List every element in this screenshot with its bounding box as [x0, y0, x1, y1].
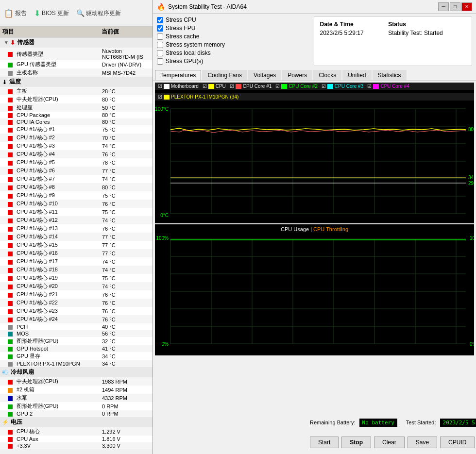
minimize-button[interactable]: ─ [438, 2, 449, 11]
list-item: PCH 40 °C [0, 323, 153, 330]
list-item: CPU #1/核心 #15 77 °C [0, 241, 153, 249]
list-item: CPU #1/核心 #18 74 °C [0, 266, 153, 274]
list-item: CPU #1/核心 #12 74 °C [0, 216, 153, 224]
list-item: CPU #1/核心 #14 77 °C [0, 233, 153, 241]
list-item: 中央处理器(CPU) 80 °C [0, 95, 153, 103]
voltage-group[interactable]: ⚡ 电压 [0, 417, 153, 427]
svg-text:100°C: 100°C [155, 106, 169, 112]
col-name-header: 项目 [2, 28, 102, 36]
tab-statistics[interactable]: Statistics [373, 70, 407, 80]
cpu-throttling-label: CPU Throttling [313, 226, 348, 232]
stress-options-area: Stress CPU Stress FPU Stress cache Stres… [153, 14, 476, 69]
date-time-value: 2023/2/5 5:29:17 [317, 29, 386, 37]
list-item: CPU #1/核心 #11 75 °C [0, 208, 153, 216]
cpu-chart-svg: 100% 0% 100% 0% [155, 234, 474, 355]
list-item: CPU #1/核心 #5 78 °C [0, 158, 153, 167]
report-label: 报告 [15, 9, 27, 17]
tab-unified[interactable]: Unified [342, 70, 371, 80]
svg-text:34: 34 [468, 175, 474, 180]
expand-icon: ▼ [4, 40, 9, 45]
stress-cache-checkbox[interactable] [157, 34, 163, 40]
tab-powers[interactable]: Powers [282, 70, 312, 80]
bios-label: BIOS 更新 [42, 9, 69, 17]
stress-cpu-label: Stress CPU [166, 17, 196, 23]
window-title: System Stability Test - AIDA64 [168, 3, 438, 10]
battery-label: Remaining Battery: [310, 420, 356, 425]
report-button[interactable]: 📋 报告 [4, 9, 27, 18]
list-item: 传感器类型 Nuvoton NCT6687D-M (IS [0, 48, 153, 60]
temp-group-label: 温度 [9, 78, 21, 86]
tab-cooling-fans[interactable]: Cooling Fans [202, 70, 247, 80]
list-item: CPU #1/核心 #16 77 °C [0, 249, 153, 257]
fan-icon: 💨 [2, 369, 9, 375]
stress-fpu-row: Stress FPU [157, 25, 309, 32]
temp-chart-legend-row2: ☑ PLEXTOR PX-1TM10PGN (34) [155, 93, 474, 101]
list-item: CPU IA Cores 80 °C [0, 118, 153, 125]
stress-memory-checkbox[interactable] [157, 42, 163, 48]
fan-group[interactable]: 💨 冷却风扇 [0, 367, 153, 377]
battery-value: No battery [359, 419, 397, 427]
list-item: CPU #1/核心 #20 74 °C [0, 282, 153, 290]
status-table: Date & Time Status 2023/2/5 5:29:17 Stab… [317, 20, 469, 37]
tab-temperatures[interactable]: Temperatures [155, 70, 201, 80]
status-header: Status [385, 20, 469, 29]
sensor-scroll[interactable]: ▼ ⬇ 传感器 传感器类型 Nuvoton NCT6687D-M (IS GPU… [0, 37, 153, 453]
right-panel: 🔥 System Stability Test - AIDA64 ─ □ ✕ S… [153, 0, 476, 454]
clear-button[interactable]: Clear [374, 437, 405, 448]
stress-cpu-row: Stress CPU [157, 17, 309, 23]
tab-voltages[interactable]: Voltages [248, 70, 281, 80]
legend-color-core4 [373, 84, 379, 89]
stress-disk-label: Stress local disks [166, 50, 211, 56]
driver-label: 驱动程序更新 [86, 9, 121, 17]
stress-gpu-checkbox[interactable] [157, 58, 163, 65]
close-button[interactable]: ✕ [461, 2, 472, 11]
board-name-value: MSI MS-7D42 [102, 70, 151, 76]
svg-text:80: 80 [468, 127, 474, 132]
svg-text:0°C: 0°C [160, 213, 169, 218]
temp-group[interactable]: 🌡 温度 [0, 77, 153, 87]
list-item: 图形处理器(GPU) 32 °C [0, 337, 153, 345]
board-name-label: 主板名称 [17, 69, 102, 76]
stress-cache-label: Stress cache [166, 33, 199, 40]
tab-clocks[interactable]: Clocks [313, 70, 341, 80]
save-button[interactable]: Save [408, 437, 437, 448]
list-item: CPU 核心 1.292 V [0, 427, 153, 436]
sensors-group[interactable]: ▼ ⬇ 传感器 [0, 37, 153, 48]
stress-disk-checkbox[interactable] [157, 50, 163, 56]
toolbar: 📋 报告 ⬇ BIOS 更新 🔍 驱动程序更新 [0, 0, 153, 27]
list-item: CPU #1/核心 #2 70 °C [0, 134, 153, 142]
stop-button[interactable]: Stop [341, 437, 371, 448]
cpuid-button[interactable]: CPUID [440, 437, 475, 448]
maximize-button[interactable]: □ [450, 2, 460, 11]
start-button[interactable]: Start [310, 437, 339, 448]
bios-update-button[interactable]: ⬇ BIOS 更新 [34, 9, 69, 18]
driver-update-button[interactable]: 🔍 驱动程序更新 [76, 9, 121, 17]
test-started-label: Test Started: [406, 420, 436, 425]
sensor-type-label: 传感器类型 [17, 50, 102, 58]
legend-motherboard: ☑ Motherboard [158, 84, 199, 89]
list-item: CPU #1/核心 #19 75 °C [0, 274, 153, 282]
stress-fpu-checkbox[interactable] [157, 25, 163, 32]
sensors-group-label: ⬇ [10, 39, 15, 46]
stress-memory-label: Stress system memory [166, 41, 225, 48]
list-item: MOS 56 °C [0, 330, 153, 337]
date-time-header: Date & Time [317, 20, 386, 29]
svg-text:100%: 100% [156, 235, 169, 241]
title-bar: 🔥 System Stability Test - AIDA64 ─ □ ✕ [153, 0, 476, 14]
status-value: Stability Test: Started [385, 29, 469, 37]
list-item: CPU #1/核心 #23 76 °C [0, 307, 153, 315]
svg-text:0%: 0% [162, 341, 169, 347]
svg-text:29: 29 [468, 181, 474, 186]
test-started-value: 2023/2/5 5:29:17 [440, 419, 476, 427]
temperature-chart: ☑ Motherboard ☑ CPU ☑ CPU Core #1 ☑ CPU … [155, 83, 474, 223]
stress-fpu-label: Stress FPU [166, 25, 195, 32]
stress-disk-row: Stress local disks [157, 50, 309, 56]
list-item: CPU Aux 1.816 V [0, 436, 153, 442]
gpu-sensor-type-value: Driver (NV-DRV) [102, 62, 151, 67]
stress-gpu-row: Stress GPU(s) [157, 58, 309, 65]
list-item: CPU #1/核心 #24 76 °C [0, 315, 153, 323]
bios-icon: ⬇ [34, 9, 40, 18]
stress-cpu-checkbox[interactable] [157, 17, 163, 23]
status-table-area: Date & Time Status 2023/2/5 5:29:17 Stab… [314, 17, 473, 66]
legend-color-core2 [281, 84, 287, 89]
